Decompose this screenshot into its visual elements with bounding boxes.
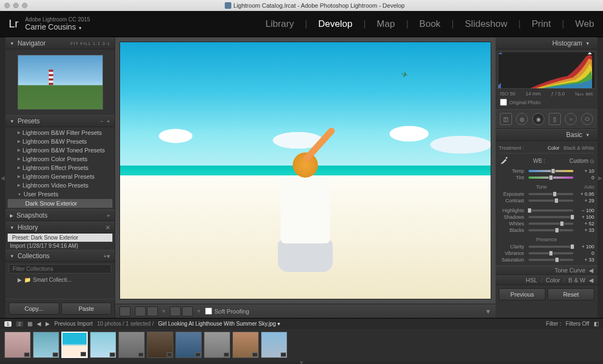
before-after-copy-button[interactable] [182,306,193,316]
snapshots-header[interactable]: ▶Snapshots + [5,209,115,221]
filmstrip-thumb-selected[interactable] [61,332,88,358]
zoom-traffic-light[interactable] [22,3,27,8]
window-titlebar: Lightroom Catalog.lrcat - Adobe Photosho… [0,0,603,11]
histogram-graph[interactable] [498,52,595,89]
image-preview[interactable]: ✈ [115,37,496,304]
nav-back-icon[interactable]: ◀ [37,321,41,327]
basic-header[interactable]: Basic▼ [496,129,598,141]
temp-slider[interactable] [528,170,573,172]
treatment-bw-button[interactable]: Black & White [564,145,594,151]
collections-search-input[interactable] [9,264,111,274]
filmstrip-thumb[interactable] [147,332,173,358]
presets-plus-icon[interactable]: + [107,118,110,124]
filmstrip-thumb[interactable] [232,332,259,358]
history-header[interactable]: ▼History ✕ [5,221,115,234]
preset-selected[interactable]: Dark Snow Exterior [8,199,112,208]
redeye-tool-icon[interactable]: ◉ [532,113,544,125]
tint-slider[interactable] [528,177,573,179]
histogram-header[interactable]: Histogram▼ [496,37,598,49]
crop-tool-icon[interactable]: ◫ [500,113,512,125]
before-after-tb-button[interactable] [147,306,158,316]
before-after-lr-button[interactable] [135,306,146,316]
filter-dropdown[interactable]: Filters Off [566,321,589,327]
bottom-collapse-handle[interactable]: ▼ [0,361,603,364]
minimize-traffic-light[interactable] [13,3,19,8]
hsl-header[interactable]: HSL/Color/B & W◀ [496,275,598,285]
history-clear-icon[interactable]: ✕ [105,224,110,231]
module-web[interactable]: Web [575,19,594,30]
preset-folder[interactable]: ▶Lightroom B&W Filter Presets [5,128,115,137]
user-dropdown-icon[interactable]: ▼ [78,26,82,31]
close-traffic-light[interactable] [4,3,10,8]
display-2-badge[interactable]: 2 [16,321,23,327]
presets-header[interactable]: ▼Presets −+ [5,115,115,127]
left-collapse-handle[interactable]: ◀ [0,37,5,318]
collections-plus-icon[interactable]: +▾ [104,253,110,260]
filmstrip-filename[interactable]: Girl Looking At Lighthouse With Summer S… [158,321,276,327]
navigator-zoom-modes[interactable]: FIT FILL 1:1 3:1 [71,41,110,46]
previous-button[interactable]: Previous [499,288,545,300]
filmstrip-thumb[interactable] [4,332,31,358]
filmstrip-thumb[interactable] [261,332,287,358]
vibrance-slider[interactable] [528,252,573,254]
reset-button[interactable]: Reset [548,288,594,300]
whites-slider[interactable] [528,223,573,225]
preset-folder[interactable]: ▶Lightroom Color Presets [5,155,115,163]
paste-button[interactable]: Paste [61,303,112,315]
module-book[interactable]: Book [419,19,441,30]
filmstrip-thumb[interactable] [118,332,145,358]
display-1-badge[interactable]: 1 [4,321,12,327]
tone-auto-button[interactable]: Auto [584,184,594,190]
snapshots-plus-icon[interactable]: + [107,212,110,219]
collection-item[interactable]: ▶📁 Smart Collecti... [5,276,115,284]
module-slideshow[interactable]: Slideshow [465,19,508,30]
navigator-preview[interactable] [5,49,115,115]
soft-proofing-checkbox[interactable] [205,308,212,315]
filmstrip-thumb[interactable] [175,332,202,358]
radial-filter-tool-icon[interactable]: ○ [565,113,577,125]
filmstrip-thumb[interactable] [90,332,116,358]
filmstrip-thumb[interactable] [204,332,230,358]
saturation-slider[interactable] [528,259,573,261]
eyedropper-icon[interactable] [499,156,509,166]
spot-removal-tool-icon[interactable]: ◎ [516,113,528,125]
contrast-slider[interactable] [528,200,573,202]
loupe-view-button[interactable] [120,306,130,316]
original-photo-checkbox[interactable] [500,99,507,106]
navigator-header[interactable]: ▼Navigator FIT FILL 1:1 3:1 [5,37,115,49]
blacks-slider[interactable] [528,229,573,231]
nav-fwd-icon[interactable]: ▶ [45,321,50,327]
right-collapse-handle[interactable]: ▶ [598,37,603,318]
before-after-swap-button[interactable] [170,306,181,316]
highlights-slider[interactable] [528,209,573,212]
filter-lock-icon[interactable]: ◧ [594,321,599,327]
preset-folder[interactable]: ▶Lightroom Effect Presets [5,163,115,172]
collections-header[interactable]: ▼Collections +▾ [5,250,115,262]
toolbar-expand-icon[interactable]: ▼ [485,308,491,315]
module-map[interactable]: Map [377,19,395,30]
adjustment-brush-tool-icon[interactable]: ⬭ [581,113,593,125]
shadows-slider[interactable] [528,216,573,218]
preset-folder[interactable]: ▶Lightroom B&W Toned Presets [5,146,115,155]
preset-folder[interactable]: ▶Lightroom B&W Presets [5,137,115,146]
filmstrip-thumb[interactable] [33,332,59,358]
history-item[interactable]: Import (1/28/17 9:54:16 AM) [5,242,115,250]
graduated-filter-tool-icon[interactable]: ▯ [549,113,561,125]
filmstrip-source[interactable]: Previous Import [54,321,93,327]
clarity-slider[interactable] [528,246,573,248]
presets-minus-icon[interactable]: − [100,118,103,124]
history-item[interactable]: Preset: Dark Snow Exterior [8,234,112,242]
exposure-slider[interactable] [528,193,573,195]
copy-button[interactable]: Copy... [9,303,59,315]
grid-view-icon[interactable]: ▦ [27,321,32,327]
wb-dropdown[interactable]: Custom ◇ [570,158,594,164]
preset-folder[interactable]: ▶Lightroom General Presets [5,172,115,181]
preset-folder[interactable]: ▼User Presets [5,190,115,198]
user-name[interactable]: Carrie Cousins [25,22,76,31]
tone-curve-header[interactable]: Tone Curve◀ [496,265,598,275]
treatment-color-button[interactable]: Color [548,145,560,151]
preset-folder[interactable]: ▶Lightroom Video Presets [5,181,115,190]
module-library[interactable]: Library [265,19,294,30]
module-print[interactable]: Print [532,19,551,30]
module-develop[interactable]: Develop [318,19,352,30]
